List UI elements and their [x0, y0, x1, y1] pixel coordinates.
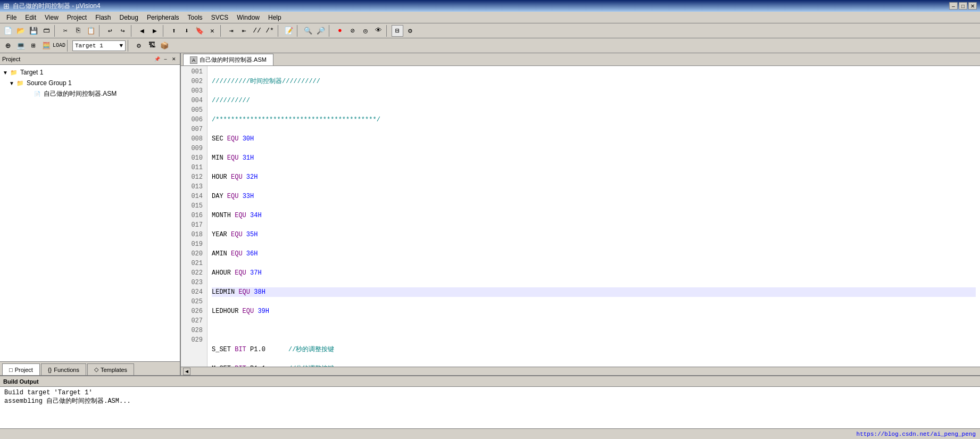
code-line-014	[212, 326, 976, 335]
project-pin-btn[interactable]: 📌	[153, 55, 161, 63]
unindent-button[interactable]: ⇤	[238, 25, 250, 37]
ln-015: 015	[185, 201, 203, 211]
ln-026: 026	[185, 307, 203, 316]
menu-view[interactable]: View	[40, 13, 63, 22]
find-in-files-button[interactable]: 🔎	[315, 25, 327, 37]
code-line-004: SEC EQU 30H	[212, 134, 976, 144]
watch-button[interactable]: 👁	[372, 25, 384, 37]
horizontal-scrollbar[interactable]: ◀	[181, 367, 980, 375]
ln-012: 012	[185, 172, 203, 182]
bookmark-clear-button[interactable]: ✕	[206, 25, 218, 37]
target-build-btn[interactable]: 🏗	[146, 40, 157, 52]
find-button[interactable]: 🔍	[302, 25, 314, 37]
menu-help[interactable]: Help	[264, 13, 286, 22]
download-btn[interactable]: 💻	[15, 40, 27, 52]
editor-area: A 自己做的时间控制器.ASM 001 002 003 004 005 006 …	[181, 53, 980, 375]
editor-tab-main[interactable]: A 自己做的时间控制器.ASM	[183, 54, 273, 65]
scroll-left-btn[interactable]: ◀	[183, 368, 190, 375]
main-area: Project 📌 – ✕ ▼ 📁 Target 1 ▼ 📁 Source Gr…	[0, 53, 980, 375]
tab-templates[interactable]: ◇ Templates	[87, 363, 134, 375]
expand-icon-group: ▼	[9, 80, 15, 86]
bookmark-next-button[interactable]: ⬇	[181, 25, 193, 37]
run-button[interactable]: ●	[334, 25, 346, 37]
uncomment-button[interactable]: /*	[264, 25, 276, 37]
code-line-002: //////////	[212, 96, 976, 105]
bookmark-toggle-button[interactable]: 🔖	[194, 25, 205, 37]
mem-btn[interactable]: 🧮	[40, 40, 52, 52]
save-all-button[interactable]: 🗃	[40, 25, 52, 37]
minimize-button[interactable]: –	[949, 2, 958, 10]
target-options-btn[interactable]: ⚙	[133, 40, 145, 52]
nav-back-button[interactable]: ◀	[136, 25, 148, 37]
menu-file[interactable]: File	[2, 13, 21, 22]
tab-project[interactable]: □ Project	[2, 363, 40, 375]
template-button[interactable]: 📝	[283, 25, 295, 37]
tools-btn[interactable]: ⚙	[404, 25, 416, 37]
indent-button[interactable]: ⇥	[226, 25, 237, 37]
nav-fwd-button[interactable]: ▶	[149, 25, 161, 37]
editor-tab-label: 自己做的时间控制器.ASM	[200, 56, 267, 64]
menu-project[interactable]: Project	[63, 13, 91, 22]
paste-button[interactable]: 📋	[85, 25, 97, 37]
target-dropdown-label: Target 1	[75, 43, 103, 49]
bookmark-prev-button[interactable]: ⬆	[168, 25, 180, 37]
undo-button[interactable]: ↩	[104, 25, 116, 37]
new-file-button[interactable]: 📄	[2, 25, 14, 37]
redo-button[interactable]: ↪	[117, 25, 129, 37]
settings-btn[interactable]: ⊟	[392, 25, 403, 37]
save-button[interactable]: 💾	[28, 25, 39, 37]
open-file-button[interactable]: 📂	[15, 25, 27, 37]
menu-edit[interactable]: Edit	[21, 13, 40, 22]
menu-debug[interactable]: Debug	[115, 13, 143, 22]
ln-008: 008	[185, 134, 203, 144]
project-minimize-btn[interactable]: –	[162, 55, 169, 63]
build-output-header: Build Output	[0, 376, 980, 387]
menu-tools[interactable]: Tools	[184, 13, 207, 22]
tab-project-icon: □	[9, 367, 13, 373]
tree-target[interactable]: ▼ 📁 Target 1	[0, 67, 180, 78]
toolbar2-sep-2	[128, 40, 131, 52]
ln-023: 023	[185, 278, 203, 287]
target-dropdown[interactable]: Target 1 ▼	[72, 40, 126, 51]
title-bar: ⊞ 自己做的时间控制器 - µVision4 – □ ✕	[0, 0, 980, 12]
tab-functions[interactable]: {} Functions	[41, 363, 86, 375]
tab-functions-label: Functions	[54, 367, 79, 373]
project-close-btn[interactable]: ✕	[170, 55, 178, 63]
close-button[interactable]: ✕	[968, 2, 977, 10]
ln-005: 005	[185, 105, 203, 115]
comment-button[interactable]: //	[251, 25, 263, 37]
cut-button[interactable]: ✂	[60, 25, 71, 37]
menu-svcs[interactable]: SVCS	[207, 13, 233, 22]
ln-021: 021	[185, 259, 203, 268]
perf-btn[interactable]: LOAD	[53, 40, 65, 52]
code-line-005: MIN EQU 31H	[212, 153, 976, 163]
tree-group-label: Source Group 1	[27, 79, 72, 87]
code-line-007: DAY EQU 33H	[212, 192, 976, 201]
toolbar-2: ⊕ 💻 ⊞ 🧮 LOAD Target 1 ▼ ⚙ 🏗 📦	[0, 38, 980, 53]
project-header-controls: 📌 – ✕	[153, 55, 178, 63]
menu-window[interactable]: Window	[232, 13, 264, 22]
batch-build-btn[interactable]: 📦	[159, 40, 170, 52]
tab-templates-label: Templates	[101, 367, 127, 373]
ln-014: 014	[185, 192, 203, 201]
select-all-btn[interactable]: ⊞	[28, 40, 39, 52]
build-line-2: assembling 自己做的时间控制器.ASM...	[4, 396, 976, 405]
build-btn[interactable]: ⊕	[2, 40, 14, 52]
ln-009: 009	[185, 144, 203, 153]
code-editor[interactable]: 001 002 003 004 005 006 007 008 009 010 …	[181, 66, 980, 367]
menu-flash[interactable]: Flash	[91, 13, 115, 22]
copy-button[interactable]: ⎘	[72, 25, 84, 37]
ln-027: 027	[185, 316, 203, 326]
menu-peripherals[interactable]: Peripherals	[143, 13, 184, 22]
tree-file[interactable]: ▷ 📄 自己做的时间控制器.ASM	[0, 88, 180, 100]
ln-017: 017	[185, 220, 203, 230]
debug-button[interactable]: ◎	[360, 25, 371, 37]
stop-button[interactable]: ⊘	[347, 25, 359, 37]
ln-007: 007	[185, 125, 203, 134]
project-panel-header: Project 📌 – ✕	[0, 53, 180, 65]
toolbar-sep-8	[329, 25, 332, 37]
maximize-button[interactable]: □	[959, 2, 967, 10]
asm-file-icon: 📄	[33, 90, 41, 98]
target-folder-icon: 📁	[10, 68, 18, 77]
tree-source-group[interactable]: ▼ 📁 Source Group 1	[0, 78, 180, 88]
